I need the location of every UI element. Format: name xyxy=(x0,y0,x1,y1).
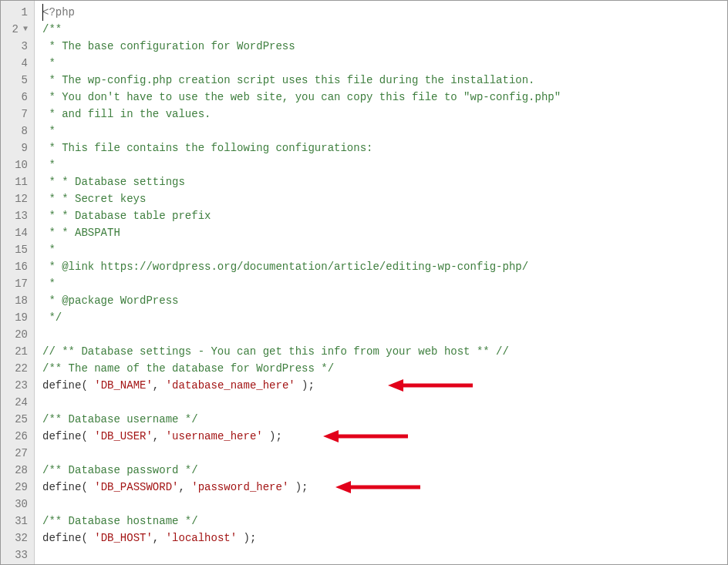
line-number: 25 xyxy=(4,411,28,428)
line-number: 29 xyxy=(4,479,28,496)
line-number: 30 xyxy=(4,496,28,513)
doc-comment: /** Database username */ xyxy=(42,413,198,425)
define-call: define xyxy=(42,481,81,493)
line-number: 3 xyxy=(4,38,28,55)
text-cursor xyxy=(42,4,43,21)
doc-comment: * and fill in the values. xyxy=(42,108,211,120)
code-line: * @package WordPress xyxy=(42,292,727,309)
string-literal: 'username_here' xyxy=(166,430,263,442)
line-number: 18 xyxy=(4,292,28,309)
line-number: 23 xyxy=(4,377,28,394)
line-number: 15 xyxy=(4,241,28,258)
line-number: 24 xyxy=(4,394,28,411)
line-number: 6 xyxy=(4,89,28,106)
code-line: // ** Database settings - You can get th… xyxy=(42,343,727,360)
line-number: 26 xyxy=(4,428,28,445)
code-line: * * Secret keys xyxy=(42,190,727,207)
line-comment: // ** Database settings - You can get th… xyxy=(42,345,509,358)
line-number: 10 xyxy=(4,156,28,173)
code-line xyxy=(42,445,727,462)
line-number: 22 xyxy=(4,360,28,377)
fold-toggle-icon[interactable]: ▼ xyxy=(20,21,28,38)
code-line: define( 'DB_NAME', 'database_name_here' … xyxy=(42,377,727,394)
code-line: /** xyxy=(42,21,727,38)
line-number: 28 xyxy=(4,462,28,479)
code-line: * The wp-config.php creation script uses… xyxy=(42,72,727,89)
code-line: <?php xyxy=(42,4,727,21)
line-number-gutter: 12▼3456789101112131415161718192021222324… xyxy=(1,1,35,564)
line-number: 19 xyxy=(4,309,28,326)
define-call: define xyxy=(42,430,81,442)
line-number: 32 xyxy=(4,530,28,547)
line-number: 14 xyxy=(4,224,28,241)
code-line: define( 'DB_PASSWORD', 'password_here' )… xyxy=(42,479,727,496)
code-line: * xyxy=(42,55,727,72)
code-line xyxy=(42,547,727,563)
string-literal: 'localhost' xyxy=(166,532,237,544)
doc-comment: * @package WordPress xyxy=(42,294,178,307)
define-call: define xyxy=(42,532,81,544)
code-line: * * Database settings xyxy=(42,173,727,190)
doc-comment: * xyxy=(42,125,56,137)
code-line: /** Database username */ xyxy=(42,411,727,428)
code-line: * @link https://wordpress.org/documentat… xyxy=(42,258,727,275)
doc-comment: /** The name of the database for WordPre… xyxy=(42,362,334,375)
doc-comment: * * Secret keys xyxy=(42,193,146,205)
doc-comment: * xyxy=(42,57,56,69)
line-number: 4 xyxy=(4,55,28,72)
string-literal: 'database_name_here' xyxy=(166,379,295,392)
code-line xyxy=(42,394,727,411)
string-literal: 'DB_USER' xyxy=(94,430,153,442)
doc-comment: * * Database settings xyxy=(42,176,185,188)
doc-comment: /** Database password */ xyxy=(42,464,198,476)
code-line: */ xyxy=(42,309,727,326)
line-number: 2▼ xyxy=(4,21,28,38)
code-line: * xyxy=(42,241,727,258)
line-number: 5 xyxy=(4,72,28,89)
line-number: 27 xyxy=(4,445,28,462)
line-number: 13 xyxy=(4,207,28,224)
doc-comment: * This file contains the following confi… xyxy=(42,142,372,154)
string-literal: 'DB_NAME' xyxy=(94,379,153,392)
line-number: 1 xyxy=(4,4,28,21)
doc-comment: * xyxy=(42,244,56,256)
line-number: 31 xyxy=(4,513,28,530)
string-literal: 'DB_PASSWORD' xyxy=(94,481,178,493)
code-line: * * ABSPATH xyxy=(42,224,727,241)
code-line: /** Database hostname */ xyxy=(42,513,727,530)
string-literal: 'DB_HOST' xyxy=(94,532,153,544)
code-line: * This file contains the following confi… xyxy=(42,140,727,156)
string-literal: 'password_here' xyxy=(191,481,288,493)
code-line: /** Database password */ xyxy=(42,462,727,479)
line-number: 33 xyxy=(4,547,28,563)
line-number: 16 xyxy=(4,258,28,275)
code-line: * and fill in the values. xyxy=(42,106,727,123)
doc-comment: * * Database table prefix xyxy=(42,210,211,222)
code-line: * xyxy=(42,156,727,173)
doc-comment: * The base configuration for WordPress xyxy=(42,40,295,52)
code-line: * xyxy=(42,275,727,292)
line-number: 12 xyxy=(4,190,28,207)
code-line: * The base configuration for WordPress xyxy=(42,38,727,55)
doc-comment: * The wp-config.php creation script uses… xyxy=(42,74,535,86)
line-number: 21 xyxy=(4,343,28,360)
doc-comment: * xyxy=(42,277,56,290)
code-line: define( 'DB_USER', 'username_here' ); xyxy=(42,428,727,445)
line-number: 11 xyxy=(4,173,28,190)
doc-comment: * You don't have to use the web site, yo… xyxy=(42,91,561,103)
doc-comment: * @link https://wordpress.org/documentat… xyxy=(42,261,528,273)
doc-comment: * xyxy=(42,159,56,171)
code-line: * * Database table prefix xyxy=(42,207,727,224)
line-number: 20 xyxy=(4,326,28,343)
line-number: 7 xyxy=(4,106,28,123)
code-line: define( 'DB_HOST', 'localhost' ); xyxy=(42,530,727,547)
docblock-end: */ xyxy=(42,311,62,324)
php-open-tag: <?php xyxy=(42,6,75,18)
line-number: 17 xyxy=(4,275,28,292)
code-line xyxy=(42,496,727,513)
docblock-start: /** xyxy=(42,23,62,35)
line-number: 9 xyxy=(4,140,28,156)
define-call: define xyxy=(42,379,81,392)
code-line xyxy=(42,326,727,343)
code-editor-area[interactable]: <?php /** * The base configuration for W… xyxy=(35,1,727,564)
